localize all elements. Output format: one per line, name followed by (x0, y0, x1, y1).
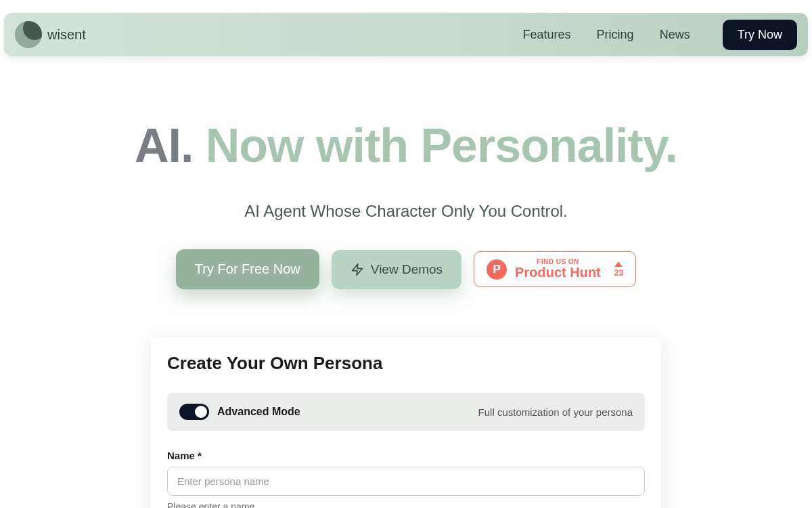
nav-pricing[interactable]: Pricing (597, 28, 634, 42)
product-hunt-count: 23 (614, 261, 623, 278)
mode-bar: Advanced Mode Full customization of your… (167, 393, 645, 431)
try-free-button[interactable]: Try For Free Now (176, 249, 319, 289)
product-hunt-badge[interactable]: P FIND US ON Product Hunt 23 (474, 251, 636, 288)
hero-section: AI. Now with Personality. AI Agent Whose… (0, 122, 812, 289)
view-demos-button[interactable]: View Demos (332, 250, 461, 289)
product-hunt-big: Product Hunt (515, 266, 601, 280)
hero-title-green: Now with Personality. (206, 119, 677, 172)
nav-links: Features Pricing News Try Now (523, 20, 797, 50)
zap-icon (351, 263, 364, 276)
toggle-knob (195, 406, 207, 418)
name-help-text: Please enter a name (167, 501, 645, 508)
upvote-icon (614, 261, 623, 267)
hero-title-dark: AI. (135, 119, 193, 172)
product-hunt-text: FIND US ON Product Hunt (515, 259, 601, 280)
name-label: Name * (167, 450, 645, 461)
hero-subtitle: AI Agent Whose Character Only You Contro… (0, 202, 812, 221)
try-now-button[interactable]: Try Now (723, 20, 797, 50)
persona-name-input[interactable] (167, 467, 645, 496)
mode-left: Advanced Mode (179, 404, 300, 420)
svg-marker-0 (352, 263, 362, 275)
product-hunt-icon: P (487, 259, 507, 280)
navbar: wisent Features Pricing News Try Now (4, 13, 808, 56)
nav-news[interactable]: News (660, 28, 690, 42)
cta-row: Try For Free Now View Demos P FIND US ON… (0, 249, 812, 289)
product-hunt-number: 23 (614, 268, 623, 278)
logo[interactable]: wisent (15, 21, 86, 48)
persona-card: Create Your Own Persona Advanced Mode Fu… (151, 337, 661, 508)
mode-label: Advanced Mode (217, 406, 300, 418)
persona-card-title: Create Your Own Persona (167, 353, 645, 374)
hero-title: AI. Now with Personality. (0, 122, 812, 169)
advanced-mode-toggle[interactable] (179, 404, 209, 420)
logo-icon (15, 21, 42, 48)
view-demos-label: View Demos (371, 262, 443, 277)
brand-name: wisent (47, 27, 86, 43)
mode-description: Full customization of your persona (478, 406, 633, 418)
nav-features[interactable]: Features (523, 28, 571, 42)
